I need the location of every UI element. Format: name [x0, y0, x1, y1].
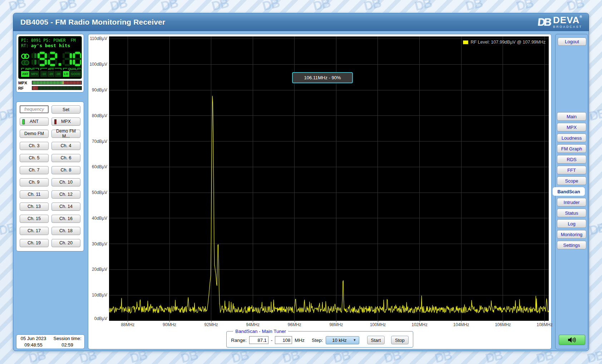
frequency-display: [31, 52, 82, 66]
step-select[interactable]: 10 kHz ▼: [326, 336, 359, 344]
demo-fm-button[interactable]: Demo FM: [20, 130, 49, 138]
meter-label: MPX: [18, 81, 30, 85]
deva-watermark: DB: [159, 0, 179, 14]
sidebar-item-mpx[interactable]: MPX: [557, 123, 586, 131]
range-to-input[interactable]: [275, 336, 292, 344]
channel-button-ch-17[interactable]: Ch. 17: [20, 227, 49, 235]
channel-button-ch-20[interactable]: Ch. 20: [51, 239, 80, 247]
x-tick-label: 108MHz: [537, 322, 553, 327]
y-tick-label: 80dBµV: [92, 113, 107, 118]
sidebar-item-rds[interactable]: RDS: [557, 155, 586, 164]
indicator-cell-good: GOOD: [70, 71, 82, 77]
seven-segment-digit: [31, 52, 36, 66]
x-tick-label: 106MHz: [495, 322, 511, 327]
y-tick-label: 20dBµV: [92, 267, 107, 272]
speaker-button[interactable]: [559, 335, 585, 345]
x-tick-label: 102MHz: [411, 322, 428, 327]
channel-button-ch-12[interactable]: Ch. 12: [51, 190, 80, 199]
channel-button-ch-13[interactable]: Ch. 13: [20, 203, 49, 211]
channel-button-ch-15[interactable]: Ch. 15: [20, 215, 49, 223]
date-value: 05 Jun 2023: [21, 335, 46, 342]
start-button[interactable]: Start: [367, 336, 385, 344]
deva-watermark: DB: [312, 0, 331, 14]
indicator-group-quality: QUALITYLOGOODHI: [63, 67, 82, 77]
sidebar-item-fft[interactable]: FFT: [557, 166, 586, 174]
plot-area[interactable]: RF Level: 107.99dBµV @ 107.99MHz 106.11M…: [109, 36, 549, 321]
channel-button-ch-8[interactable]: Ch. 8: [51, 166, 80, 174]
sidebar-item-log[interactable]: Log: [557, 219, 586, 228]
y-tick-label: 110dBµV: [90, 36, 107, 41]
rt-label: RT:: [21, 43, 29, 48]
indicator-cell--30: -30: [55, 71, 61, 77]
sidebar-item-loudness[interactable]: Loudness: [557, 134, 586, 142]
sidebar-item-main[interactable]: Main: [557, 112, 586, 121]
bandscan-fieldset: BandScan - Main Tuner Range: - MHz Step:…: [226, 329, 413, 348]
channel-button-ch-19[interactable]: Ch. 19: [20, 239, 49, 247]
sidebar-item-settings[interactable]: Settings: [557, 241, 586, 249]
logout-button[interactable]: Logout: [558, 38, 586, 46]
indicator-group-label: INPUT: [21, 67, 39, 71]
channel-button-ch-9[interactable]: Ch. 9: [20, 178, 49, 186]
deva-watermark: DB: [588, 220, 602, 238]
indicator-group-att: ATT-10-20-30: [40, 67, 61, 77]
ant-led-icon: [23, 119, 25, 124]
mpx-meter: [32, 81, 82, 85]
range-from-input[interactable]: [249, 336, 268, 344]
deva-watermark: DB: [413, 0, 433, 14]
sidebar-item-scope[interactable]: Scope: [557, 176, 586, 185]
content-area: PI: 8091 PS: POWER FM RT: ay's best hits…: [13, 31, 589, 351]
demo-fm-m-button[interactable]: Demo FM M...: [51, 130, 80, 138]
sidebar-item-status[interactable]: Status: [557, 209, 586, 217]
seven-segment-digit: [48, 52, 57, 66]
deva-logo-subtitle: BROADCAST: [553, 25, 582, 29]
time-value: 09:48:55: [24, 342, 43, 348]
mpx-button[interactable]: MPX: [51, 118, 80, 126]
channel-button-ch-16[interactable]: Ch. 16: [51, 215, 80, 223]
sidebar-item-monitoring[interactable]: Monitoring: [557, 230, 586, 239]
deva-watermark: DB: [58, 0, 78, 14]
y-tick-label: 70dBµV: [92, 139, 107, 144]
indicator-group-label: QUALITY: [63, 67, 82, 71]
ant-button[interactable]: ANT: [20, 118, 49, 126]
datetime-panel: 05 Jun 2023 09:48:55 Session time: 02:59: [16, 334, 85, 349]
y-tick-label: 40dBµV: [92, 216, 107, 221]
rf-meter-row: RF: [18, 86, 82, 90]
deva-watermark: DB: [261, 0, 281, 14]
deva-watermark: DB: [109, 0, 128, 14]
indicator-cell--10: -10: [40, 71, 47, 77]
x-tick-mark: [503, 321, 503, 322]
channel-button-ch-5[interactable]: Ch. 5: [20, 154, 49, 162]
legend-swatch: [463, 40, 468, 44]
sidebar-item-bandscan[interactable]: BandScan: [553, 187, 585, 196]
x-tick-mark: [253, 321, 253, 322]
channel-button-ch-11[interactable]: Ch. 11: [20, 190, 49, 199]
sidebar-item-fm-graph[interactable]: FM Graph: [557, 144, 586, 153]
rds-pi-ps-line: PI: 8091 PS: POWER FM: [21, 38, 79, 43]
y-tick-label: 100dBµV: [89, 62, 107, 67]
channel-button-ch-18[interactable]: Ch. 18: [51, 227, 80, 235]
lcd-panel: PI: 8091 PS: POWER FM RT: ay's best hits…: [16, 34, 84, 93]
x-tick-label: 96MHz: [288, 322, 301, 327]
channel-button-ch-4[interactable]: Ch. 4: [51, 142, 80, 150]
x-tick-label: 88MHz: [121, 322, 134, 327]
y-tick-label: 50dBµV: [92, 190, 107, 195]
stereo-icon: [21, 54, 29, 59]
range-label: Range:: [231, 338, 247, 343]
frequency-input[interactable]: [20, 105, 49, 113]
page-title: DB4005 - FM Radio Monitoring Receiver: [20, 18, 165, 26]
page: { "window": { "title": "DB4005 - FM Radi…: [0, 0, 602, 364]
x-tick-label: 98MHz: [329, 322, 343, 327]
stop-button[interactable]: Stop: [391, 336, 409, 344]
seven-segment-digit: [38, 52, 47, 66]
indicator-group-input: INPUTANTMPX: [21, 67, 39, 77]
channel-button-ch-3[interactable]: Ch. 3: [20, 142, 49, 150]
channel-button-ch-6[interactable]: Ch. 6: [51, 154, 80, 162]
legend[interactable]: RF Level: 107.99dBµV @ 107.99MHz: [463, 40, 546, 45]
session-label: Session time:: [53, 335, 81, 342]
channel-button-ch-7[interactable]: Ch. 7: [20, 166, 49, 174]
channel-button-ch-14[interactable]: Ch. 14: [51, 203, 80, 211]
sidebar-item-intruder[interactable]: Intruder: [557, 198, 586, 206]
x-tick-mark: [169, 321, 170, 322]
set-button[interactable]: Set: [51, 105, 80, 114]
channel-button-ch-10[interactable]: Ch. 10: [51, 178, 80, 186]
